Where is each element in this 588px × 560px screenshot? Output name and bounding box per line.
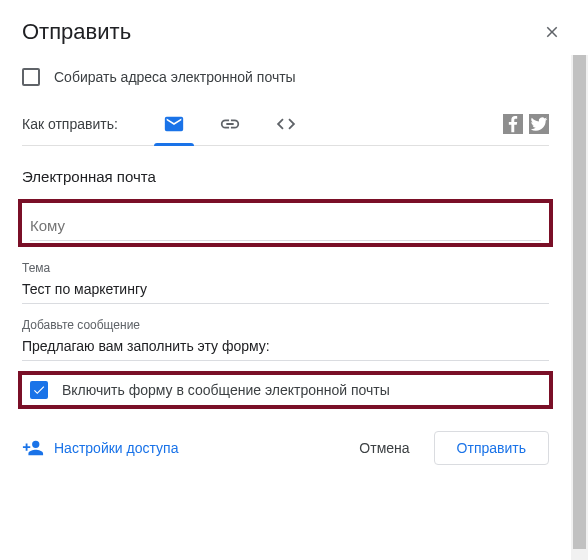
to-input[interactable] — [30, 209, 541, 241]
subject-input[interactable] — [22, 275, 549, 304]
scrollbar-thumb[interactable] — [573, 55, 586, 549]
tab-email[interactable] — [146, 102, 202, 146]
close-icon — [543, 23, 561, 41]
cancel-button[interactable]: Отмена — [345, 432, 423, 464]
to-field-highlight — [18, 199, 553, 247]
dialog-title: Отправить — [22, 19, 131, 45]
send-button[interactable]: Отправить — [434, 431, 549, 465]
facebook-icon — [503, 114, 523, 134]
link-icon — [219, 113, 241, 135]
mail-icon — [163, 113, 185, 135]
send-method-label: Как отправить: — [22, 116, 118, 132]
check-icon — [32, 383, 46, 397]
include-form-highlight: Включить форму в сообщение электронной п… — [18, 371, 553, 409]
message-label: Добавьте сообщение — [22, 318, 549, 332]
include-form-label: Включить форму в сообщение электронной п… — [62, 382, 390, 398]
person-add-icon — [22, 437, 44, 459]
tab-link[interactable] — [202, 102, 258, 146]
tab-embed[interactable] — [258, 102, 314, 146]
subject-field: Тема — [22, 261, 549, 304]
message-input[interactable] — [22, 332, 549, 361]
send-method-tabs: Как отправить: — [22, 102, 549, 146]
include-form-checkbox[interactable] — [30, 381, 48, 399]
share-twitter-button[interactable] — [529, 114, 549, 134]
dialog-actions: Настройки доступа Отмена Отправить — [22, 409, 549, 465]
message-field: Добавьте сообщение — [22, 318, 549, 361]
collect-emails-label: Собирать адреса электронной почты — [54, 69, 296, 85]
close-button[interactable] — [538, 18, 566, 46]
email-section-title: Электронная почта — [22, 146, 549, 199]
share-facebook-button[interactable] — [503, 114, 523, 134]
twitter-icon — [529, 114, 549, 134]
code-icon — [275, 113, 297, 135]
social-share — [503, 114, 549, 134]
collect-emails-row: Собирать адреса электронной почты — [22, 58, 549, 102]
access-settings-link[interactable]: Настройки доступа — [22, 437, 178, 459]
dialog-header: Отправить — [0, 0, 588, 58]
send-dialog: Отправить Собирать адреса электронной по… — [0, 0, 588, 560]
access-settings-label: Настройки доступа — [54, 440, 178, 456]
subject-label: Тема — [22, 261, 549, 275]
collect-emails-checkbox[interactable] — [22, 68, 40, 86]
